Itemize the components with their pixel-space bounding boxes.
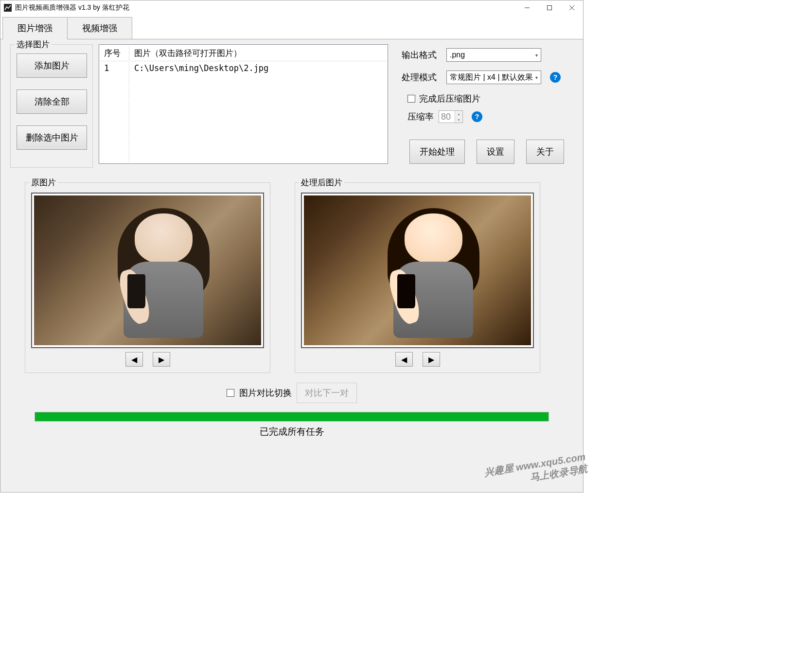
watermark-overlay: 兴趣屋 www.xqu5.com 马上收录导航 [483, 450, 588, 491]
original-nav: ◀ ▶ [31, 352, 264, 367]
titlebar: 图片视频画质增强器 v1.3 by 落红护花 [0, 0, 583, 15]
cell-seq: 1 [100, 62, 129, 74]
delete-selected-button[interactable]: 删除选中图片 [17, 125, 87, 150]
processed-preview-box [301, 193, 534, 348]
original-preview-box [31, 193, 264, 348]
mode-dropdown[interactable]: 常规图片 | x4 | 默认效果 ▾ [446, 71, 541, 84]
spinner-up-icon[interactable]: ▲ [455, 111, 462, 117]
original-preview-label: 原图片 [29, 177, 58, 188]
main-panel: 选择图片 添加图片 清除全部 删除选中图片 序号 图片（双击路径可打开图片） [0, 39, 583, 443]
processed-preview-label: 处理后图片 [299, 177, 344, 188]
compare-next-pair-button: 对比下一对 [297, 383, 357, 403]
processed-preview-group: 处理后图片 ◀ ▶ [295, 182, 540, 373]
clear-all-button[interactable]: 清除全部 [17, 89, 87, 114]
help-mode-icon[interactable]: ? [550, 72, 561, 83]
tab-video-enhance[interactable]: 视频增强 [67, 17, 132, 39]
output-format-row: 输出格式 .png ▾ [402, 48, 566, 62]
processed-nav: ◀ ▶ [301, 352, 534, 367]
compress-checkbox-label: 完成后压缩图片 [419, 93, 480, 105]
start-process-button[interactable]: 开始处理 [409, 140, 465, 164]
table-row[interactable]: 1 C:\Users\ming\Desktop\2.jpg [100, 62, 387, 74]
file-list-table[interactable]: 序号 图片（双击路径可打开图片） 1 C:\Users\ming\Desktop… [99, 44, 388, 164]
chevron-down-icon: ▾ [535, 53, 538, 58]
help-compress-icon[interactable]: ? [472, 111, 482, 122]
status-text: 已完成所有任务 [10, 425, 573, 438]
about-button[interactable]: 关于 [526, 140, 564, 164]
compress-rate-label: 压缩率 [407, 111, 434, 123]
settings-button[interactable]: 设置 [477, 140, 514, 164]
maximize-button[interactable] [538, 0, 561, 15]
col-header-seq: 序号 [100, 46, 129, 61]
mode-label: 处理模式 [402, 71, 442, 83]
mode-value: 常规图片 | x4 | 默认效果 [450, 72, 533, 83]
window-controls [516, 0, 583, 15]
close-button[interactable] [561, 0, 583, 15]
select-image-label: 选择图片 [15, 39, 52, 50]
compare-toggle-label: 图片对比切换 [239, 387, 292, 399]
minimize-button[interactable] [516, 0, 538, 15]
watermark-site: 兴趣屋 www.xqu5.com [483, 450, 586, 479]
tab-bar: 图片增强 视频增强 [0, 15, 583, 39]
original-preview-group: 原图片 ◀ ▶ [25, 182, 270, 373]
compress-checkbox-row: 完成后压缩图片 [407, 93, 566, 105]
svg-rect-2 [548, 6, 552, 10]
compress-rate-spinner[interactable]: 80 ▲ ▼ [439, 110, 463, 123]
top-section: 选择图片 添加图片 清除全部 删除选中图片 序号 图片（双击路径可打开图片） [10, 44, 573, 168]
window-title: 图片视频画质增强器 v1.3 by 落红护花 [15, 3, 129, 12]
processed-image [304, 195, 531, 345]
spinner-down-icon[interactable]: ▼ [455, 117, 462, 123]
processed-prev-button[interactable]: ◀ [395, 352, 413, 367]
action-buttons: 开始处理 设置 关于 [409, 140, 566, 164]
options-panel: 输出格式 .png ▾ 处理模式 常规图片 | x4 | 默认效果 ▾ ? [394, 44, 573, 168]
app-window: 图片视频画质增强器 v1.3 by 落红护花 图片增强 视频增强 选择图片 添加… [0, 0, 584, 493]
output-format-label: 输出格式 [402, 49, 442, 61]
output-format-value: .png [450, 51, 465, 59]
select-image-group: 选择图片 添加图片 清除全部 删除选中图片 [10, 44, 93, 168]
add-image-button[interactable]: 添加图片 [17, 53, 87, 78]
compress-rate-row: 压缩率 80 ▲ ▼ ? [407, 110, 566, 123]
chevron-down-icon: ▾ [535, 75, 538, 80]
app-icon [3, 3, 12, 12]
mode-row: 处理模式 常规图片 | x4 | 默认效果 ▾ ? [402, 71, 566, 84]
watermark-nav: 马上收录导航 [485, 462, 588, 492]
col-header-path: 图片（双击路径可打开图片） [130, 46, 387, 61]
compress-rate-value: 80 [441, 112, 451, 122]
compress-checkbox[interactable] [407, 95, 415, 103]
tab-image-enhance[interactable]: 图片增强 [2, 17, 68, 39]
compare-toggle-checkbox[interactable] [227, 389, 234, 397]
processed-next-button[interactable]: ▶ [423, 352, 440, 367]
preview-section: 原图片 ◀ ▶ 处理后图片 [10, 182, 573, 373]
progress-bar [35, 412, 549, 422]
progress-fill [35, 412, 548, 421]
compare-row: 图片对比切换 对比下一对 [10, 383, 573, 403]
original-next-button[interactable]: ▶ [153, 352, 170, 367]
output-format-dropdown[interactable]: .png ▾ [446, 48, 541, 62]
original-prev-button[interactable]: ◀ [125, 352, 143, 367]
cell-path[interactable]: C:\Users\ming\Desktop\2.jpg [130, 62, 387, 74]
content-area: 图片增强 视频增强 选择图片 添加图片 清除全部 删除选中图片 序号 图片（双击… [0, 15, 583, 492]
original-image [34, 195, 261, 345]
